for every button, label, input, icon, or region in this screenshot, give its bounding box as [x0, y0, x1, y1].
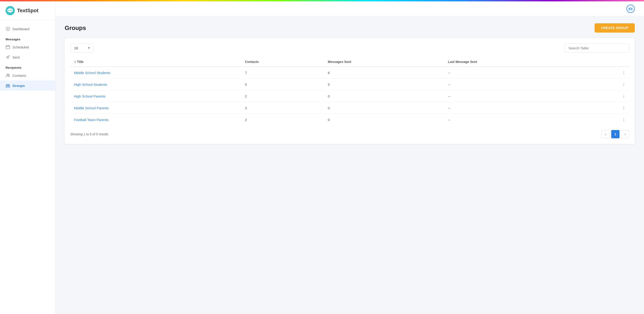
contacts-cell: 5 [241, 79, 324, 90]
group-title-cell[interactable]: Middle School Students [70, 67, 241, 79]
app-name: TextSpot [17, 7, 38, 13]
table-footer: Showing 1 to 5 of 5 results ‹ 1 › [70, 130, 629, 138]
group-title-cell[interactable]: Middle School Parents [70, 102, 241, 114]
messages-sent-cell: 5 [324, 79, 444, 90]
top-header: ES [56, 1, 644, 16]
sent-label: Sent [12, 55, 20, 59]
row-menu-button[interactable]: ⋮ [587, 102, 629, 114]
row-menu-button[interactable]: ⋮ [587, 79, 629, 90]
chat-icon [6, 26, 10, 31]
contacts-cell: 2 [241, 90, 324, 102]
sidebar: TextSpot Dashboard Messages [0, 1, 56, 314]
sidebar-item-contacts[interactable]: Contacts [0, 70, 55, 80]
contacts-label: Contacts [12, 74, 26, 77]
contacts-cell: 7 [241, 67, 324, 79]
sidebar-item-scheduled[interactable]: Scheduled [0, 42, 55, 52]
svg-point-4 [11, 10, 12, 11]
messages-sent-cell: 0 [324, 90, 444, 102]
last-message-sent-cell: -- [444, 102, 587, 114]
page-1-button[interactable]: 1 [611, 130, 620, 138]
logo-icon [6, 6, 15, 15]
group-title-cell[interactable]: High School Parents [70, 90, 241, 102]
column-last-message-sent: Last Message Sent [444, 57, 587, 67]
group-title-cell[interactable]: Football Team Parents [70, 114, 241, 126]
svg-point-11 [7, 84, 8, 86]
column-title[interactable]: Title [70, 57, 241, 67]
messages-sent-cell: 0 [324, 102, 444, 114]
table-row: Middle School Students 7 6 -- ⋮ [70, 67, 629, 79]
results-text: Showing 1 to 5 of 5 results [70, 132, 108, 136]
sidebar-item-sent[interactable]: Sent [0, 52, 55, 62]
group-title-cell[interactable]: High School Students [70, 79, 241, 90]
svg-point-9 [8, 74, 10, 75]
table-row: Football Team Parents 2 0 -- ⋮ [70, 114, 629, 126]
svg-point-10 [6, 84, 7, 86]
next-page-button[interactable]: › [621, 130, 629, 138]
data-table: Title Contacts Messages Sent Last Messag… [70, 57, 629, 125]
create-group-button[interactable]: CREATE GROUP [594, 23, 635, 32]
table-header: Title Contacts Messages Sent Last Messag… [70, 57, 629, 67]
column-contacts: Contacts [241, 57, 324, 67]
table-row: High School Students 5 5 -- ⋮ [70, 79, 629, 90]
pagination: ‹ 1 › [602, 130, 629, 138]
messages-sent-cell: 0 [324, 114, 444, 126]
recipients-section-label: Recipients [0, 62, 55, 70]
contacts-cell: 2 [241, 114, 324, 126]
svg-point-3 [10, 10, 11, 11]
dashboard-label: Dashboard [12, 27, 29, 31]
page-title: Groups [65, 24, 86, 32]
messages-section-label: Messages [0, 34, 55, 42]
page-header: Groups CREATE GROUP [65, 23, 635, 32]
search-input[interactable] [564, 44, 629, 53]
svg-rect-7 [6, 46, 10, 49]
row-menu-button[interactable]: ⋮ [587, 114, 629, 126]
send-icon [6, 55, 10, 59]
calendar-icon [6, 45, 10, 49]
row-menu-button[interactable]: ⋮ [587, 67, 629, 79]
last-message-sent-cell: -- [444, 67, 587, 79]
table-row: Middle School Parents 3 0 -- ⋮ [70, 102, 629, 114]
prev-page-button[interactable]: ‹ [602, 130, 610, 138]
svg-point-8 [7, 74, 8, 75]
row-menu-button[interactable]: ⋮ [587, 90, 629, 102]
column-actions [587, 57, 629, 67]
svg-point-2 [8, 10, 9, 11]
last-message-sent-cell: -- [444, 79, 587, 90]
table-card: 10 25 50 100 Title Contacts Messages Sen… [65, 38, 635, 144]
last-message-sent-cell: -- [444, 114, 587, 126]
column-messages-sent: Messages Sent [324, 57, 444, 67]
last-message-sent-cell: -- [444, 90, 587, 102]
user-avatar[interactable]: ES [626, 4, 635, 13]
sidebar-item-groups[interactable]: Groups [0, 80, 55, 91]
main-content: ES Groups CREATE GROUP 10 25 50 100 [56, 1, 644, 314]
svg-point-12 [8, 84, 10, 86]
logo-area: TextSpot [0, 1, 55, 20]
messages-sent-cell: 6 [324, 67, 444, 79]
scheduled-label: Scheduled [12, 45, 29, 49]
table-row: High School Parents 2 0 -- ⋮ [70, 90, 629, 102]
contacts-icon [6, 73, 10, 78]
groups-label: Groups [12, 84, 25, 88]
sidebar-nav: Dashboard Messages Scheduled [0, 20, 55, 94]
page-content: Groups CREATE GROUP 10 25 50 100 [56, 16, 644, 314]
table-body: Middle School Students 7 6 -- ⋮ High Sch… [70, 67, 629, 125]
sidebar-item-dashboard[interactable]: Dashboard [0, 24, 55, 34]
contacts-cell: 3 [241, 102, 324, 114]
table-controls: 10 25 50 100 [70, 44, 629, 53]
per-page-select[interactable]: 10 25 50 100 [70, 44, 93, 53]
groups-icon [6, 83, 10, 88]
